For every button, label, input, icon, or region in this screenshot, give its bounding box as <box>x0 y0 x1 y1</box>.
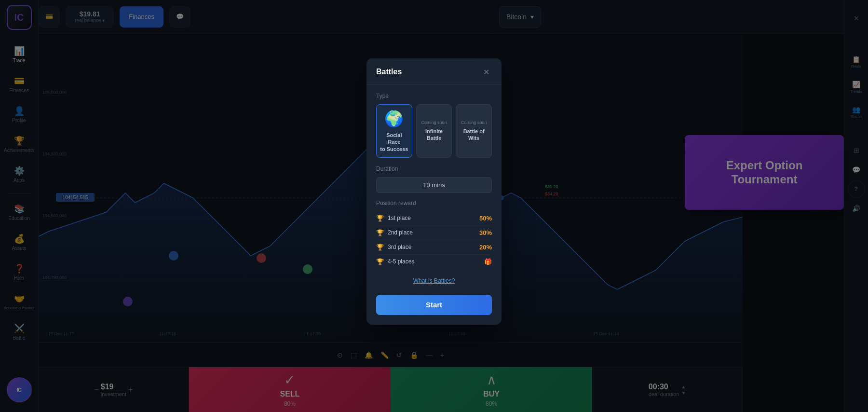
trophy-2-icon: 🏆 <box>376 229 384 236</box>
modal-close-button[interactable]: ✕ <box>480 66 492 78</box>
modal-footer: Start <box>366 295 502 325</box>
reward-3-value: 20% <box>479 244 492 251</box>
type-section-label: Type <box>376 93 492 99</box>
place-2-label: 2nd place <box>388 229 413 236</box>
social-race-emoji: 🌍 <box>384 110 404 128</box>
battle-types-container: 🌍 Social Raceto Success Coming soon Infi… <box>376 104 492 158</box>
reward-row-2: 🏆 2nd place 30% <box>376 226 492 240</box>
reward-4-left: 🏆 4-5 places <box>376 258 414 265</box>
reward-row-3: 🏆 3rd place 20% <box>376 240 492 255</box>
place-1-label: 1st place <box>388 215 411 221</box>
reward-row-4: 🏆 4-5 places 🎁 <box>376 255 492 269</box>
battle-of-wits-name: Battle ofWits <box>463 128 485 142</box>
reward-1-left: 🏆 1st place <box>376 215 411 222</box>
reward-2-left: 🏆 2nd place <box>376 229 413 236</box>
reward-3-left: 🏆 3rd place <box>376 244 411 251</box>
duration-input[interactable] <box>376 177 492 193</box>
reward-2-value: 30% <box>479 229 492 236</box>
infinite-battle-name: InfiniteBattle <box>425 128 443 142</box>
place-3-label: 3rd place <box>388 244 411 250</box>
wits-coming-soon: Coming soon <box>461 120 487 125</box>
reward-row-1: 🏆 1st place 50% <box>376 211 492 226</box>
duration-section-label: Duration <box>376 165 492 172</box>
start-button[interactable]: Start <box>376 295 492 315</box>
trophy-1-icon: 🏆 <box>376 215 384 222</box>
battle-type-infinite[interactable]: Coming soon InfiniteBattle <box>416 104 452 158</box>
rewards-section-label: Position reward <box>376 200 492 206</box>
duration-section-modal: Duration <box>376 165 492 193</box>
what-is-battles-link[interactable]: What is Battles? <box>376 275 492 287</box>
trophy-4-icon: 🏆 <box>376 258 384 265</box>
modal-overlay: Battles ✕ Type 🌍 Social Raceto Success C… <box>0 0 868 412</box>
reward-1-value: 50% <box>479 215 492 222</box>
place-4-label: 4-5 places <box>388 258 414 265</box>
reward-4-gift-icon: 🎁 <box>484 258 492 265</box>
infinite-coming-soon: Coming soon <box>421 120 447 125</box>
modal-title: Battles <box>376 68 402 76</box>
battle-type-social-race[interactable]: 🌍 Social Raceto Success <box>376 104 412 158</box>
battle-type-wits[interactable]: Coming soon Battle ofWits <box>456 104 492 158</box>
trophy-3-icon: 🏆 <box>376 244 384 251</box>
social-race-name: Social Raceto Success <box>380 132 409 152</box>
modal-header: Battles ✕ <box>366 58 502 85</box>
rewards-section: Position reward 🏆 1st place 50% 🏆 2nd pl… <box>376 200 492 269</box>
battles-modal: Battles ✕ Type 🌍 Social Raceto Success C… <box>366 58 502 325</box>
modal-body: Type 🌍 Social Raceto Success Coming soon… <box>366 85 502 295</box>
